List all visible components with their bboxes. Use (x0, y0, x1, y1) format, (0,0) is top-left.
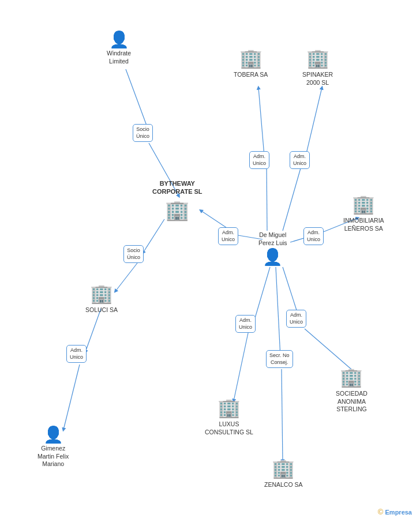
label-zenalco: ZENALCO SA (264, 481, 303, 489)
svg-line-9 (258, 88, 264, 156)
node-zenalco: 🏢 ZENALCO SA (264, 457, 303, 489)
svg-line-18 (276, 267, 280, 356)
node-gimenez: 👤 GimenezMartin FelixMariano (38, 427, 69, 468)
badge-adm-luxus: Adm.Unico (235, 315, 256, 333)
node-tobera: 🏢 TOBERA SA (234, 47, 268, 79)
node-luxus: 🏢 LUXUSCONSULTING SL (205, 397, 253, 436)
node-bytheway: BYTHEWAYCORPORATE SL 🏢 (152, 178, 202, 221)
badge-adm-tobera: Adm.Unico (249, 151, 269, 169)
svg-line-4 (85, 309, 101, 352)
person-icon-gimenez: 👤 (43, 427, 63, 443)
label-windrate: WindrateLimited (107, 50, 131, 65)
svg-line-14 (254, 267, 270, 322)
svg-line-19 (282, 369, 283, 461)
person-icon-windrate: 👤 (109, 32, 129, 48)
badge-adm-inmob: Adm.Unico (303, 227, 324, 245)
label-sociedad: SOCIEDADANONIMASTERLING (336, 390, 367, 414)
node-inmobiliaria: 🏢 INMOBILIARIALEÑEROS SA (343, 193, 384, 232)
building-icon-zenalco: 🏢 (272, 457, 295, 479)
building-icon-soluci: 🏢 (90, 283, 113, 305)
badge-adm-soluci: Adm.Unico (66, 345, 87, 363)
badge-socio-unico-2: SocioÚnico (123, 245, 144, 263)
person-icon-demiguel: 👤 (262, 249, 283, 265)
node-sociedad: 🏢 SOCIEDADANONIMASTERLING (336, 366, 367, 414)
building-icon-inmob: 🏢 (352, 193, 375, 215)
svg-line-0 (126, 69, 149, 132)
diagram: 👤 WindrateLimited BYTHEWAYCORPORATE SL 🏢… (0, 0, 420, 522)
label-soluci: SOLUCI SA (85, 306, 118, 314)
badge-adm-spinaker: Adm.Unico (290, 151, 310, 169)
svg-line-2 (143, 219, 164, 253)
node-windrate: 👤 WindrateLimited (107, 32, 131, 65)
label-bytheway: BYTHEWAYCORPORATE SL (152, 179, 202, 196)
node-spinaker: 🏢 SPINAKER2000 SL (302, 47, 333, 87)
svg-line-15 (234, 328, 249, 401)
building-icon-bytheway: 🏢 (165, 198, 189, 221)
building-icon-sociedad: 🏢 (340, 366, 363, 388)
label-tobera: TOBERA SA (234, 71, 268, 79)
svg-line-11 (306, 88, 322, 156)
node-soluci: 🏢 SOLUCI SA (85, 283, 118, 314)
svg-line-3 (115, 263, 137, 291)
watermark-copyright: © (378, 508, 384, 516)
label-spinaker: SPINAKER2000 SL (302, 71, 333, 87)
node-demiguel: De MiguelPerez Luis 👤 (258, 230, 287, 265)
watermark-brand: Empresa (385, 509, 412, 516)
label-luxus: LUXUSCONSULTING SL (205, 420, 253, 436)
badge-secr-consej: Secr. NoConsej. (266, 350, 293, 368)
building-icon-tobera: 🏢 (239, 47, 262, 69)
badge-adm-bytheway: Adm.Unico (218, 227, 238, 245)
label-demiguel: De MiguelPerez Luis (258, 231, 287, 247)
watermark: © Empresa (378, 508, 412, 516)
label-inmobiliaria: INMOBILIARIALEÑEROS SA (343, 217, 384, 232)
svg-line-10 (283, 160, 303, 231)
badge-socio-unico-1: SocioÚnico (133, 124, 153, 142)
building-icon-spinaker: 🏢 (306, 47, 329, 69)
badge-adm-sociedad: Adm.Unico (286, 310, 306, 328)
svg-line-5 (63, 365, 80, 430)
building-icon-luxus: 🏢 (217, 397, 241, 419)
svg-line-8 (267, 160, 267, 231)
label-gimenez: GimenezMartin FelixMariano (38, 445, 69, 468)
